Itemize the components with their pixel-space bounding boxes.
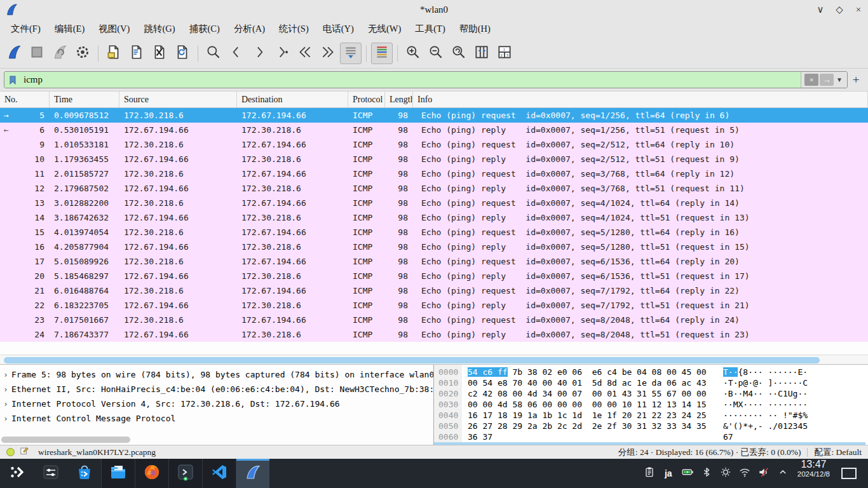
packet-row[interactable]: 154.013974054172.30.218.6172.67.194.66IC… — [0, 225, 868, 240]
hex-bytes[interactable]: 00 54 e8 70 40 00 40 01 5d 8d ac 1e da 0… — [462, 378, 707, 389]
hex-bytes[interactable]: 00 00 4d 58 06 00 00 00 00 00 10 11 12 1… — [462, 400, 707, 410]
go-back-button[interactable] — [226, 43, 247, 64]
reload-file-button[interactable] — [172, 43, 193, 64]
go-first-button[interactable] — [294, 43, 316, 64]
save-file-button[interactable] — [126, 43, 147, 64]
tray-wifi[interactable] — [735, 459, 754, 488]
packet-row[interactable]: 122.179687502172.67.194.66172.30.218.6IC… — [0, 181, 868, 196]
start-capture-button[interactable] — [3, 43, 25, 64]
hex-ascii[interactable]: ·B··M4·· ··C1Ug·· — [707, 389, 808, 400]
zoom-out-button[interactable] — [425, 43, 447, 64]
packet-row[interactable]: 143.186742632172.67.194.66172.30.218.6IC… — [0, 210, 868, 225]
menu-item[interactable]: 文件(F) — [4, 21, 48, 37]
packet-row[interactable]: 205.185468297172.67.194.66172.30.218.6IC… — [0, 269, 868, 283]
expand-chevron-icon[interactable]: › — [0, 414, 11, 423]
detail-line[interactable]: ›Frame 5: 98 bytes on wire (784 bits), 9… — [0, 367, 433, 382]
packet-row[interactable]: 91.010533181172.30.218.6172.67.194.66ICM… — [0, 137, 868, 152]
menu-item[interactable]: 工具(T) — [408, 21, 452, 37]
add-filter-button[interactable]: + — [848, 73, 864, 87]
hex-hscroll-thumb[interactable] — [434, 442, 865, 445]
menu-item[interactable]: 视图(V) — [92, 21, 137, 37]
go-to-packet-button[interactable] — [271, 43, 293, 64]
capture-options-button[interactable] — [72, 43, 93, 64]
detail-line[interactable]: ›Internet Protocol Version 4, Src: 172.3… — [0, 396, 433, 411]
details-hscroll-thumb[interactable] — [1, 437, 130, 443]
dock-item-app-store[interactable] — [67, 459, 101, 488]
menu-item[interactable]: 捕获(C) — [182, 21, 227, 37]
tray-input-method[interactable]: ja — [659, 459, 678, 488]
packet-row[interactable]: 164.205877904172.67.194.66172.30.218.6IC… — [0, 240, 868, 254]
packet-row[interactable]: 247.186743377172.67.194.66172.30.218.6IC… — [0, 327, 868, 342]
column-header-length[interactable]: Length — [385, 92, 413, 107]
close-file-button[interactable] — [149, 43, 170, 64]
hex-bytes[interactable]: 54 c6 ff 7b 38 02 e0 06 e6 c4 be 04 08 0… — [462, 367, 707, 378]
filter-dropdown-caret-icon[interactable]: ▼ — [836, 76, 843, 83]
tray-volume-muted[interactable] — [754, 459, 773, 488]
hex-ascii[interactable]: ········ ·· !"#$% — [707, 410, 808, 421]
menu-item[interactable]: 分析(A) — [227, 21, 272, 37]
apply-filter-arrow-icon[interactable]: → — [820, 74, 834, 86]
menu-item[interactable]: 跳转(G) — [137, 21, 182, 37]
packet-row[interactable]: →50.009678512172.30.218.6172.67.194.66IC… — [0, 108, 868, 123]
expert-info-icon[interactable] — [6, 448, 15, 456]
go-last-button[interactable] — [317, 43, 339, 64]
detail-line[interactable]: ›Ethernet II, Src: HonHaiPrecis_c4:be:04… — [0, 382, 433, 396]
column-header-time[interactable]: Time — [50, 92, 119, 107]
hex-bytes[interactable]: 36 37 — [462, 432, 707, 443]
dock-item-wireshark[interactable] — [236, 459, 269, 488]
packet-row[interactable]: 216.016488764172.30.218.6172.67.194.66IC… — [0, 283, 868, 298]
menu-item[interactable]: 帮助(H) — [452, 21, 498, 37]
tray-clipboard[interactable] — [640, 459, 659, 488]
display-filter-input[interactable] — [21, 74, 801, 85]
profile-label[interactable]: 配置: Default — [814, 447, 862, 458]
minimize-button[interactable]: ∨ — [811, 1, 830, 18]
dock-item-control-center[interactable] — [34, 459, 67, 488]
tray-bluetooth[interactable] — [697, 459, 716, 488]
colorize-button[interactable] — [371, 43, 393, 64]
packet-row[interactable]: 237.017501667172.30.218.6172.67.194.66IC… — [0, 313, 868, 327]
column-header-no[interactable]: No. — [0, 92, 50, 107]
clear-filter-icon[interactable]: × — [804, 74, 818, 86]
column-header-info[interactable]: Info — [413, 92, 868, 107]
column-header-source[interactable]: Source — [119, 92, 237, 107]
expand-chevron-icon[interactable]: › — [0, 399, 11, 409]
hex-ascii[interactable]: 67 — [707, 432, 733, 443]
packet-row[interactable]: ←60.530105191172.67.194.66172.30.218.6IC… — [0, 123, 868, 137]
hex-ascii[interactable]: ·T·p@·@· ]······C — [707, 378, 808, 389]
dock-item-firefox[interactable] — [135, 459, 168, 488]
hex-ascii[interactable]: &'()*+,- ./012345 — [707, 421, 808, 432]
taskbar-clock[interactable]: 13:47 2024/12/8 — [797, 459, 830, 488]
menu-item[interactable]: 无线(W) — [361, 21, 408, 37]
hex-ascii[interactable]: T··{8··· ······E· — [707, 367, 808, 378]
show-desktop-button[interactable] — [841, 468, 857, 479]
dock-item-terminal[interactable] — [168, 459, 202, 488]
open-file-button[interactable] — [103, 43, 125, 64]
restart-capture-button[interactable] — [49, 43, 71, 64]
hex-bytes[interactable]: c2 42 08 00 4d 34 00 07 00 01 43 31 55 6… — [462, 389, 707, 400]
layout-button[interactable]: 123 — [494, 43, 515, 64]
packet-row[interactable]: 175.015089926172.30.218.6172.67.194.66IC… — [0, 254, 868, 269]
hex-bytes[interactable]: 16 17 18 19 1a 1b 1c 1d 1e 1f 20 21 22 2… — [462, 410, 707, 421]
capture-filename[interactable]: wireshark_wlan0KH7LY2.pcapng — [38, 447, 156, 458]
dock-item-app-launcher[interactable] — [0, 459, 34, 488]
detail-line[interactable]: ›Internet Control Message Protocol — [0, 411, 433, 426]
resize-columns-button[interactable] — [471, 43, 492, 64]
dock-item-vscode[interactable] — [202, 459, 236, 488]
tray-battery[interactable] — [678, 459, 697, 488]
close-button[interactable]: × — [849, 1, 868, 18]
column-header-destination[interactable]: Destination — [237, 92, 348, 107]
packet-list-hscroll-thumb[interactable] — [4, 357, 820, 363]
display-filter-box[interactable]: × → ▼ — [4, 71, 848, 88]
column-header-protocol[interactable]: Protocol — [348, 92, 385, 107]
auto-scroll-button[interactable] — [340, 43, 362, 64]
capture-comment-icon[interactable] — [20, 446, 29, 458]
tray-tray-expand[interactable] — [773, 459, 792, 488]
menu-item[interactable]: 电话(Y) — [316, 21, 361, 37]
stop-capture-button[interactable] — [26, 43, 48, 64]
menu-item[interactable]: 统计(S) — [272, 21, 316, 37]
hex-bytes[interactable]: 26 27 28 29 2a 2b 2c 2d 2e 2f 30 31 32 3… — [462, 421, 707, 432]
find-packet-button[interactable] — [203, 43, 224, 64]
go-forward-button[interactable] — [248, 43, 270, 64]
expand-chevron-icon[interactable]: › — [0, 384, 11, 394]
maximize-button[interactable]: ◇ — [830, 1, 849, 18]
